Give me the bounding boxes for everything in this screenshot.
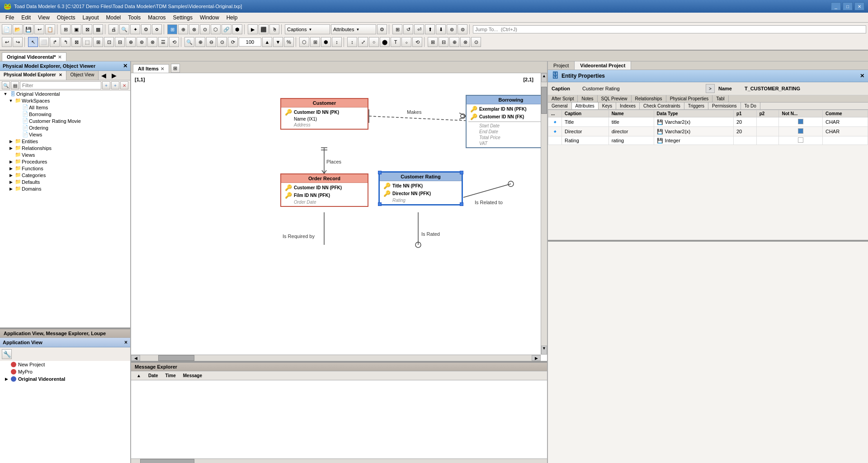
- tb2-btn-17[interactable]: ⊕: [195, 37, 205, 47]
- tb2-btn-23[interactable]: ⊞: [310, 37, 320, 47]
- panel-tab-explorer[interactable]: Physical Model Explorer ✕: [0, 71, 66, 80]
- menu-view[interactable]: View: [34, 14, 53, 22]
- menu-window[interactable]: Window: [196, 14, 223, 22]
- entity-customerrating[interactable]: Customer Rating 🔑 Title NN (PFK) 🔑 Direc…: [379, 172, 462, 205]
- tree-item-procedures[interactable]: ▶ 📁 Procedures: [7, 158, 130, 165]
- app-item-originalvideorental[interactable]: ▶ Original Videorental: [0, 375, 130, 383]
- tb2-btn-28[interactable]: ○: [369, 37, 379, 47]
- tab-physical-props[interactable]: Physical Properties: [666, 95, 713, 102]
- new-button[interactable]: 📄: [2, 24, 12, 34]
- copy-button[interactable]: 📋: [45, 24, 55, 34]
- entity-orderrecord[interactable]: Order Record 🔑 Customer ID NN (PFK) 🔑 Fi…: [280, 173, 368, 207]
- tree-item-allitems[interactable]: 📄 All Items: [14, 104, 130, 111]
- tb-btn-22[interactable]: ↺: [403, 24, 413, 34]
- col-sort[interactable]: ▲: [133, 372, 145, 379]
- tree-item-ordering[interactable]: 📄 Ordering: [14, 124, 130, 131]
- tb2-btn-3[interactable]: ⬜: [39, 37, 49, 47]
- tree-item-categories[interactable]: ▶ 📁 Categories: [7, 172, 130, 178]
- tb2-btn-6[interactable]: ⊠: [71, 37, 81, 47]
- tb-btn-20[interactable]: ⚙: [377, 24, 387, 34]
- scroll-thumb[interactable]: [541, 87, 547, 114]
- close-window-button[interactable]: ✕: [854, 2, 864, 10]
- tb2-btn-2[interactable]: ↪: [13, 37, 23, 47]
- subtab-todo[interactable]: To Do: [741, 103, 760, 109]
- tb2-btn-10[interactable]: ⊟: [115, 37, 125, 47]
- panel-nav-btn2[interactable]: ▶: [109, 71, 119, 80]
- app-item-mypro[interactable]: MyPro: [0, 368, 130, 375]
- tree-item-workspaces[interactable]: ▼ 📁 WorkSpaces: [7, 97, 130, 104]
- scroll-down-btn[interactable]: ▼: [541, 346, 547, 355]
- tb2-btn-27[interactable]: ⤢: [358, 37, 368, 47]
- filter2-icon-btn[interactable]: ▤: [11, 81, 19, 89]
- filter-clear-btn[interactable]: +: [102, 81, 110, 89]
- tab-notes[interactable]: Notes: [578, 95, 597, 102]
- diagram-hscrollbar[interactable]: ◀ ▶: [131, 355, 541, 361]
- tab-relationships[interactable]: Relationships: [632, 95, 666, 102]
- tb2-btn-19[interactable]: ⊙: [217, 37, 227, 47]
- diagram-tab-add-btn[interactable]: ⊞: [171, 64, 180, 73]
- scroll-up-btn[interactable]: ▲: [541, 73, 547, 82]
- tb-btn-1[interactable]: ⊞: [61, 24, 71, 34]
- tb2-btn-33[interactable]: ⊞: [428, 37, 438, 47]
- tb2-btn-12[interactable]: ⊛: [137, 37, 146, 47]
- captions-dropdown[interactable]: Captions ▼: [285, 24, 330, 34]
- menu-tools[interactable]: Tools: [124, 14, 144, 22]
- subtab-check-constraints[interactable]: Check Constraints: [640, 103, 684, 109]
- tb-btn-27[interactable]: ⊜: [458, 24, 467, 34]
- jump-to-input[interactable]: [473, 25, 866, 33]
- open-button[interactable]: 📂: [13, 24, 23, 34]
- msg-scroll-thumb[interactable]: [140, 459, 194, 463]
- tb-btn-24[interactable]: ⬆: [425, 24, 435, 34]
- tb-btn-13[interactable]: ⊙: [200, 24, 210, 34]
- app-view-close-btn[interactable]: ×: [124, 339, 127, 346]
- select-tool[interactable]: ↖: [28, 37, 38, 47]
- tab-videorental-project[interactable]: Videorental Project: [575, 61, 631, 70]
- panel-tab-objectview[interactable]: Object View: [66, 71, 98, 80]
- notnull-checkbox[interactable]: [798, 128, 803, 134]
- maximize-button[interactable]: □: [843, 2, 853, 10]
- tb2-btn-36[interactable]: ⊗: [460, 37, 470, 47]
- entity-props-close-btn[interactable]: ✕: [860, 73, 864, 79]
- tb2-btn-15[interactable]: ⟲: [169, 37, 179, 47]
- subtab-indexes[interactable]: Indexes: [616, 103, 640, 109]
- scroll-left-btn[interactable]: ◀: [131, 355, 140, 361]
- main-tab-close[interactable]: ✕: [58, 55, 61, 60]
- tb-btn-23[interactable]: ⏎: [414, 24, 424, 34]
- menu-model[interactable]: Model: [103, 14, 125, 22]
- filter-del-btn[interactable]: ✕: [120, 81, 128, 89]
- filter-icon-btn[interactable]: 🔍: [2, 81, 10, 89]
- tb-btn-4[interactable]: ▦: [93, 24, 103, 34]
- tb2-btn-22[interactable]: ⬡: [299, 37, 309, 47]
- tb-btn-5[interactable]: 🖨: [108, 24, 118, 34]
- menu-help[interactable]: Help: [223, 14, 241, 22]
- tree-item-videorental[interactable]: ▼ 🗄 Original Videorental: [0, 91, 130, 97]
- tab-sql-preview[interactable]: SQL Preview: [598, 95, 632, 102]
- diagram-tab-close[interactable]: ✕: [160, 66, 164, 71]
- tb-btn-9[interactable]: ⭘: [152, 24, 162, 34]
- minimize-button[interactable]: _: [831, 2, 841, 10]
- undo-button[interactable]: ↩: [34, 24, 44, 34]
- tb2-btn-35[interactable]: ⊕: [449, 37, 459, 47]
- tb-btn-15[interactable]: 🔗: [222, 24, 231, 34]
- main-tab[interactable]: Original Videorental* ✕: [2, 52, 66, 61]
- zoom-up-btn[interactable]: ▲: [262, 37, 272, 47]
- tree-item-domains[interactable]: ▶ 📁 Domains: [7, 185, 130, 192]
- menu-macros[interactable]: Macros: [144, 14, 169, 22]
- filter-input[interactable]: [20, 81, 101, 89]
- attr-notnull-cell[interactable]: [779, 117, 823, 127]
- tree-item-customerratingmovie[interactable]: 📄 Customer Rating Movie: [14, 117, 130, 124]
- panel-nav-btn[interactable]: ◀: [99, 71, 109, 80]
- tb-btn-11[interactable]: ⊕: [178, 24, 188, 34]
- table-row[interactable]: 🔹Directordirector💾Varchar2(x)20CHAR: [548, 127, 868, 136]
- tb2-btn-14[interactable]: ☰: [158, 37, 168, 47]
- tb-btn-21[interactable]: ⊞: [392, 24, 402, 34]
- filter-add-btn[interactable]: +: [111, 81, 119, 89]
- tb-btn-8[interactable]: ⚙: [141, 24, 151, 34]
- tb2-btn-8[interactable]: ⊞: [93, 37, 103, 47]
- tb2-btn-32[interactable]: ⟲: [412, 37, 422, 47]
- left-panel-close-btn[interactable]: ✕: [123, 63, 127, 69]
- tree-item-borrowing[interactable]: 📄 Borrowing: [14, 111, 130, 117]
- menu-objects[interactable]: Objects: [53, 14, 79, 22]
- entity-borrowing[interactable]: Borrowing 🔑 Exemplar ID NN (PFK) 🔑 Custo…: [466, 95, 547, 148]
- tb-btn-10[interactable]: ⊞: [167, 24, 177, 34]
